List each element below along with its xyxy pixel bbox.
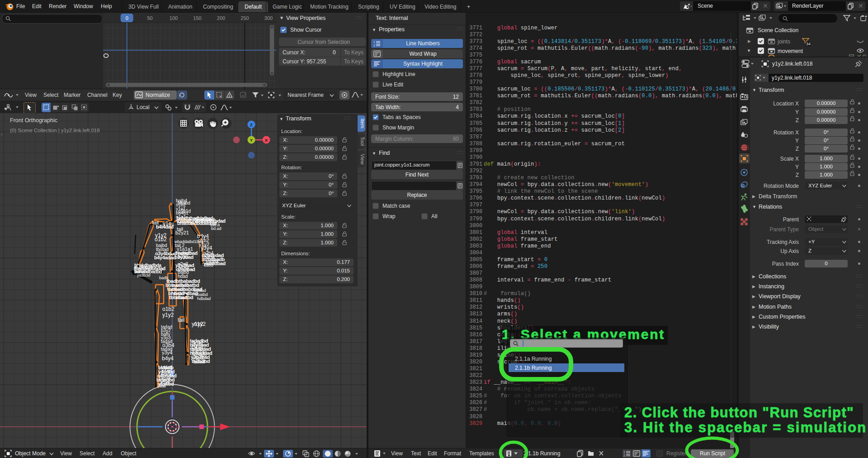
svg-text:yadddbad: yadddbad <box>203 261 226 266</box>
svg-text:hdbdad: hdbdad <box>197 296 211 301</box>
svg-text:2: 2 <box>373 44 375 47</box>
svg-text:300: 300 <box>264 15 273 21</box>
svg-text:tadadbd: tadadbd <box>192 358 210 364</box>
svg-text:Z: Z <box>250 122 253 127</box>
svg-text:o1a1: o1a1 <box>176 215 186 219</box>
svg-text:o1b2: o1b2 <box>162 306 175 312</box>
svg-text:b4y4: b4y4 <box>162 355 174 362</box>
svg-text:1: 1 <box>373 40 375 43</box>
svg-text:0: 0 <box>126 15 128 21</box>
svg-text:150: 150 <box>193 15 201 21</box>
svg-text:50: 50 <box>147 15 152 21</box>
svg-text:b4y4adad: b4y4adad <box>154 255 176 260</box>
svg-text:o2o3bad: o2o3bad <box>176 267 195 272</box>
svg-text:tail: tail <box>178 317 184 323</box>
svg-text:o1y2: o1y2 <box>194 321 206 327</box>
svg-text:o1b2: o1b2 <box>155 236 167 243</box>
svg-text:X: X <box>265 138 268 143</box>
svg-text:2: 2 <box>623 454 625 457</box>
svg-text:y3y4: y3y4 <box>162 350 172 355</box>
svg-text:ya3b3d: ya3b3d <box>137 273 151 277</box>
svg-text:b4i4dad: b4i4dad <box>156 224 174 229</box>
svg-text:bd.ad: bd.ad <box>211 226 222 231</box>
svg-text:y3y4: y3y4 <box>201 245 212 251</box>
svg-text:200: 200 <box>217 15 225 21</box>
svg-text:tbadbtbad: tbadbtbad <box>194 217 214 222</box>
svg-text:Y: Y <box>250 138 253 143</box>
svg-text:250: 250 <box>241 15 249 21</box>
svg-text:b3y3bad: b3y3bad <box>175 254 193 260</box>
svg-text:1: 1 <box>623 450 625 453</box>
svg-text:b2y21: b2y21 <box>175 230 189 235</box>
svg-text:tbbdbadbd: tbbdbadbd <box>169 295 193 300</box>
svg-text:100: 100 <box>170 15 178 21</box>
svg-text:y1y2: y1y2 <box>162 312 174 318</box>
svg-text:bhabd: bhabd <box>178 200 190 205</box>
